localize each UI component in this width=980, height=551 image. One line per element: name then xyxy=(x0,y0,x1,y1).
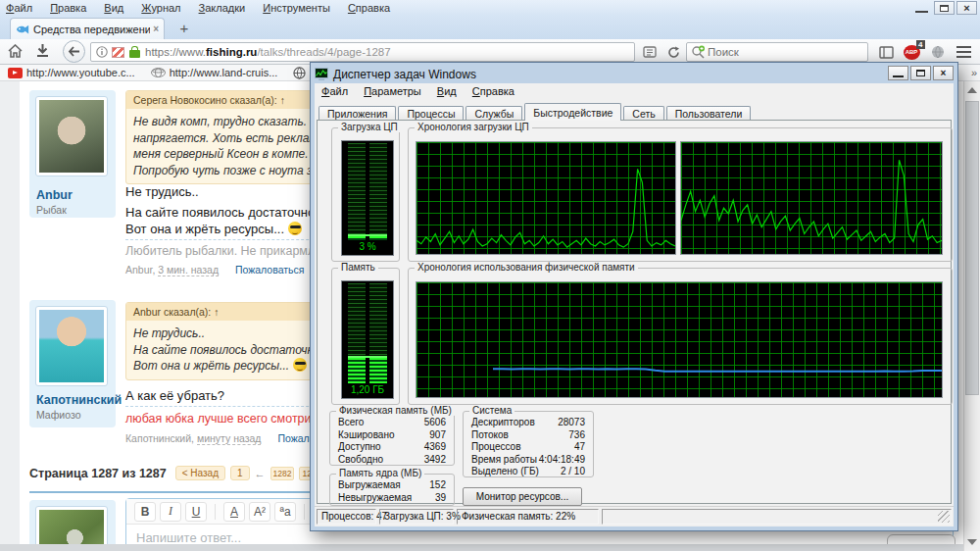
footer-timestamp[interactable]: минуту назад xyxy=(197,432,262,445)
bookmark-youtube[interactable]: http://www.youtube.c... xyxy=(8,67,135,78)
status-cpu-load: Загрузка ЦП: 3% xyxy=(379,509,454,525)
footer-author[interactable]: Anbur, xyxy=(125,264,155,276)
page-scrollbar[interactable] xyxy=(963,81,980,551)
post1-username[interactable]: Anbur xyxy=(36,188,73,202)
info-icon[interactable] xyxy=(96,46,108,58)
stat-row: Доступно4369 xyxy=(330,442,454,452)
post1-body-line: Не трудись.. xyxy=(125,184,199,199)
close-button[interactable]: × xyxy=(956,1,977,15)
resource-monitor-button[interactable]: Монитор ресурсов... xyxy=(463,487,582,506)
post1-user-role: Рыбак xyxy=(36,204,67,216)
italic-button[interactable]: I xyxy=(160,502,181,522)
bold-button[interactable]: B xyxy=(134,502,156,522)
resize-grip[interactable] xyxy=(938,511,950,523)
stat-row: Дескрипторов28073 xyxy=(464,418,593,427)
footer-timestamp[interactable]: 3 мин. назад xyxy=(158,264,219,276)
report-link[interactable]: Пожаловаться xyxy=(235,264,305,276)
tab-services[interactable]: Службы xyxy=(466,106,522,121)
quote-header[interactable]: Серега Новокосино сказал(а): ↑ xyxy=(126,91,332,109)
quote-line: Не трудись.. xyxy=(133,326,325,342)
bookmarks-panel-icon[interactable] xyxy=(875,43,897,61)
memory-history-chart xyxy=(416,281,943,398)
home-icon[interactable] xyxy=(8,44,23,58)
menu-history[interactable]: Журнал xyxy=(141,2,180,14)
scrollbar-thumb[interactable] xyxy=(965,101,979,395)
url-bar[interactable]: https://www.fishing.ru/talks/threads/4/p… xyxy=(90,42,635,62)
adblock-icon[interactable]: ABP 4 xyxy=(901,43,922,61)
hamburger-menu-icon[interactable] xyxy=(953,43,974,61)
post2-avatar[interactable] xyxy=(35,306,108,386)
remove-format-button[interactable]: ªa xyxy=(274,502,296,522)
tab-users[interactable]: Пользователи xyxy=(666,106,752,121)
text-color-button[interactable]: A xyxy=(223,502,245,522)
restore-button[interactable] xyxy=(934,1,955,15)
menu-file[interactable]: Файл xyxy=(6,2,32,14)
menu-tools[interactable]: Инструменты xyxy=(263,2,330,14)
firefox-tabbar: Средства передвижения | Ст × + xyxy=(0,17,980,39)
search-input[interactable] xyxy=(706,45,823,59)
menu-help[interactable]: Справка xyxy=(348,2,390,14)
screen: Файл Правка Вид Журнал Закладки Инструме… xyxy=(0,0,980,551)
https-lock-icon[interactable] xyxy=(129,50,140,58)
tab-performance[interactable]: Быстродействие xyxy=(524,103,621,121)
quote-header[interactable]: Anbur сказал(а): ↑ xyxy=(126,303,332,321)
quote-line: Вот она и жрёть ресурсы... xyxy=(133,358,325,375)
menu-view[interactable]: Вид xyxy=(104,2,123,14)
font-size-button[interactable]: A² xyxy=(249,502,270,522)
first-page-button[interactable]: 1 xyxy=(230,466,250,480)
tab-close-icon[interactable]: × xyxy=(153,24,159,34)
quote-body: Не видя комп, трудно сказать. Рекла напр… xyxy=(126,109,332,183)
fish-favicon xyxy=(16,24,29,35)
page-gutter xyxy=(0,81,20,551)
menu-bookmarks[interactable]: Закладки xyxy=(199,2,246,14)
post2-username[interactable]: Капотнинский xyxy=(36,393,122,407)
page-number-button[interactable]: 1282 xyxy=(270,467,295,480)
cpu-gauge-group: Загрузка ЦП 3 % xyxy=(331,127,400,262)
search-icon[interactable] xyxy=(691,45,706,59)
tab-network[interactable]: Сеть xyxy=(623,106,663,121)
prev-page-button[interactable]: < Назад xyxy=(175,466,225,480)
tm-menu-help[interactable]: Справка xyxy=(472,85,514,97)
back-button[interactable] xyxy=(63,40,85,63)
quote-line: Не видя комп, трудно сказать. Рекла xyxy=(133,114,325,130)
bookmark-landcruiser[interactable]: http://www.land-cruis... xyxy=(151,67,278,78)
reload-icon[interactable] xyxy=(662,43,684,61)
tm-menu-view[interactable]: Вид xyxy=(437,85,457,97)
gauge-unlit-area xyxy=(348,143,387,234)
tab-processes[interactable]: Процессы xyxy=(398,106,464,121)
new-tab-button[interactable]: + xyxy=(172,20,196,37)
memory-gauge: 1,20 ГБ xyxy=(341,280,394,399)
tm-minimize-button[interactable] xyxy=(888,66,908,80)
menu-edit[interactable]: Правка xyxy=(50,2,86,14)
globe-addon-icon[interactable] xyxy=(927,43,949,61)
stat-row: Время работы4:04:18:49 xyxy=(464,455,593,465)
tm-menu-options[interactable]: Параметры xyxy=(364,85,421,97)
reader-mode-icon[interactable] xyxy=(639,43,661,61)
minimize-button[interactable] xyxy=(911,1,932,15)
task-manager-client: Файл Параметры Вид Справка Приложения Пр… xyxy=(315,83,954,526)
search-box[interactable] xyxy=(686,42,868,62)
tab-applications[interactable]: Приложения xyxy=(318,106,396,121)
downloads-icon[interactable] xyxy=(36,44,49,58)
tm-close-button[interactable]: × xyxy=(933,66,954,80)
youtube-icon xyxy=(8,68,23,78)
status-spacer xyxy=(602,509,952,525)
gauge-lit-area xyxy=(348,356,387,383)
toolbar-separator xyxy=(215,504,216,520)
bookmarks-overflow-chevron[interactable]: » xyxy=(971,67,977,78)
underline-button[interactable]: U xyxy=(185,502,207,522)
tm-maximize-button[interactable] xyxy=(910,66,931,80)
avatar-photo xyxy=(39,100,104,173)
scroll-up-icon[interactable] xyxy=(967,87,977,93)
footer-author[interactable]: Капотнинский, xyxy=(125,432,194,444)
tracking-protection-icon[interactable] xyxy=(112,47,124,58)
post1-quote: Серега Новокосино сказал(а): ↑ Не видя к… xyxy=(125,90,333,184)
toolbar-separator xyxy=(304,504,305,520)
browser-tab[interactable]: Средства передвижения | Ст × xyxy=(10,18,165,39)
task-manager-titlebar[interactable]: Диспетчер задач Windows × xyxy=(315,65,954,83)
tm-menu-file[interactable]: Файл xyxy=(321,85,348,97)
scroll-down-icon[interactable] xyxy=(967,539,977,545)
firefox-menubar: Файл Правка Вид Журнал Закладки Инструме… xyxy=(0,0,980,17)
post1-avatar[interactable] xyxy=(35,96,108,176)
quote-body: Не трудись.. На сайте появилось достаточ… xyxy=(126,321,332,379)
